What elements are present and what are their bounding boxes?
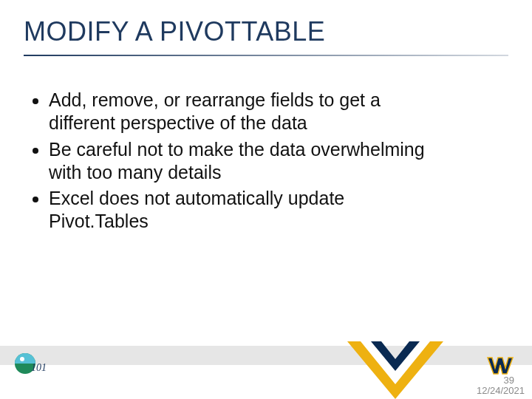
content-area: Add, remove, or rearrange fields to get … [30, 89, 443, 236]
wv-logo-icon [486, 355, 514, 377]
svg-point-4 [20, 357, 24, 361]
page-number: 39 [504, 375, 514, 386]
slide: MODIFY A PIVOTTABLE Add, remove, or rear… [0, 0, 532, 399]
slide-title: MODIFY A PIVOTTABLE [24, 16, 325, 47]
list-item: Be careful not to make the data overwhel… [49, 138, 443, 185]
svg-text:101: 101 [31, 362, 47, 373]
bullet-list: Add, remove, or rearrange fields to get … [30, 89, 443, 233]
list-item: Excel does not automatically update Pivo… [49, 187, 443, 233]
list-item: Add, remove, or rearrange fields to get … [49, 89, 443, 135]
course-logo-icon: 101 [13, 349, 49, 377]
title-underline [24, 55, 508, 56]
slide-date: 12/24/2021 [477, 385, 525, 396]
footer-area [0, 365, 532, 399]
